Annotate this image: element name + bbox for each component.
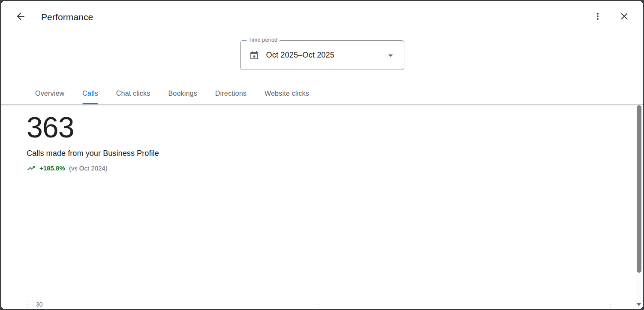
time-period-row: Time period Oct 2025–Oct 2025 (1, 40, 643, 70)
tab-overview[interactable]: Overview (26, 83, 73, 104)
y-axis-tick-label: 30 (36, 301, 43, 308)
calendar-icon (249, 50, 259, 61)
kebab-menu-icon (593, 11, 603, 23)
vertical-scrollbar[interactable] (636, 105, 642, 308)
scrollbar-down-arrow-icon[interactable] (636, 303, 641, 306)
close-button[interactable] (615, 8, 634, 27)
calls-line-chart: 1530 (1, 301, 627, 310)
scrollbar-thumb[interactable] (637, 105, 641, 273)
metric-description: Calls made from your Business Profile (27, 149, 643, 158)
tab-label: Overview (35, 90, 64, 97)
top-bar: Performance (1, 1, 643, 33)
tab-label: Website clicks (265, 90, 309, 97)
trend-percentage: +185.8% (39, 164, 65, 172)
time-period-label: Time period (247, 37, 280, 43)
trend-row: +185.8% (vs Oct 2024) (27, 164, 643, 173)
metric-value: 363 (27, 112, 643, 143)
close-icon (619, 11, 630, 23)
trending-up-icon (27, 164, 36, 173)
tab-label: Directions (215, 90, 247, 97)
top-bar-actions (588, 8, 634, 27)
tab-bar: OverviewCallsChat clicksBookingsDirectio… (1, 83, 643, 104)
tab-label: Chat clicks (116, 90, 150, 97)
tab-bookings[interactable]: Bookings (159, 83, 206, 104)
performance-dialog: Performance Time period (0, 0, 644, 310)
tab-label: Bookings (168, 90, 197, 97)
tab-label: Calls (82, 90, 98, 97)
tab-chat-clicks[interactable]: Chat clicks (107, 83, 159, 104)
more-options-button[interactable] (588, 8, 607, 27)
time-period-value: Oct 2025–Oct 2025 (266, 51, 385, 60)
time-period-select[interactable]: Time period Oct 2025–Oct 2025 (240, 40, 404, 70)
tab-directions[interactable]: Directions (206, 83, 256, 104)
tab-calls[interactable]: Calls (73, 83, 107, 104)
active-tab-indicator (82, 103, 98, 104)
back-button[interactable] (11, 8, 30, 27)
calls-panel: 363 Calls made from your Business Profil… (1, 112, 643, 173)
arrow-back-icon (15, 11, 26, 23)
tab-website-clicks[interactable]: Website clicks (256, 83, 318, 104)
page-title: Performance (41, 12, 93, 22)
trend-comparison: (vs Oct 2024) (69, 164, 108, 172)
arrow-drop-down-icon (385, 50, 396, 61)
